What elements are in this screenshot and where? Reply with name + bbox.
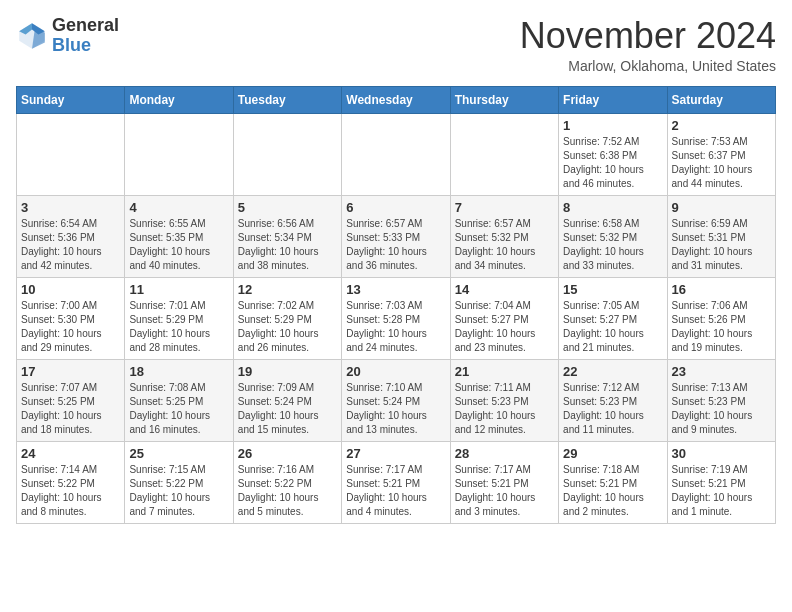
logo-general: General (52, 16, 119, 36)
calendar-cell: 28Sunrise: 7:17 AMSunset: 5:21 PMDayligh… (450, 441, 558, 523)
day-number: 28 (455, 446, 554, 461)
day-number: 8 (563, 200, 662, 215)
day-info: Sunrise: 7:07 AMSunset: 5:25 PMDaylight:… (21, 381, 120, 437)
day-number: 20 (346, 364, 445, 379)
day-number: 25 (129, 446, 228, 461)
calendar-cell: 6Sunrise: 6:57 AMSunset: 5:33 PMDaylight… (342, 195, 450, 277)
calendar-cell: 24Sunrise: 7:14 AMSunset: 5:22 PMDayligh… (17, 441, 125, 523)
calendar-cell: 13Sunrise: 7:03 AMSunset: 5:28 PMDayligh… (342, 277, 450, 359)
day-info: Sunrise: 7:17 AMSunset: 5:21 PMDaylight:… (346, 463, 445, 519)
weekday-header-monday: Monday (125, 86, 233, 113)
day-info: Sunrise: 7:13 AMSunset: 5:23 PMDaylight:… (672, 381, 771, 437)
title-block: November 2024 Marlow, Oklahoma, United S… (520, 16, 776, 74)
calendar-cell: 23Sunrise: 7:13 AMSunset: 5:23 PMDayligh… (667, 359, 775, 441)
day-number: 24 (21, 446, 120, 461)
day-number: 19 (238, 364, 337, 379)
calendar-cell: 29Sunrise: 7:18 AMSunset: 5:21 PMDayligh… (559, 441, 667, 523)
calendar-cell: 25Sunrise: 7:15 AMSunset: 5:22 PMDayligh… (125, 441, 233, 523)
day-info: Sunrise: 6:57 AMSunset: 5:32 PMDaylight:… (455, 217, 554, 273)
calendar-cell: 11Sunrise: 7:01 AMSunset: 5:29 PMDayligh… (125, 277, 233, 359)
location: Marlow, Oklahoma, United States (520, 58, 776, 74)
weekday-header-tuesday: Tuesday (233, 86, 341, 113)
calendar-cell (17, 113, 125, 195)
day-number: 9 (672, 200, 771, 215)
logo-blue: Blue (52, 36, 119, 56)
day-number: 5 (238, 200, 337, 215)
day-number: 26 (238, 446, 337, 461)
day-number: 18 (129, 364, 228, 379)
calendar-cell: 18Sunrise: 7:08 AMSunset: 5:25 PMDayligh… (125, 359, 233, 441)
day-number: 16 (672, 282, 771, 297)
calendar-cell: 19Sunrise: 7:09 AMSunset: 5:24 PMDayligh… (233, 359, 341, 441)
day-number: 22 (563, 364, 662, 379)
calendar-cell: 7Sunrise: 6:57 AMSunset: 5:32 PMDaylight… (450, 195, 558, 277)
day-info: Sunrise: 7:17 AMSunset: 5:21 PMDaylight:… (455, 463, 554, 519)
calendar-cell: 16Sunrise: 7:06 AMSunset: 5:26 PMDayligh… (667, 277, 775, 359)
week-row-5: 24Sunrise: 7:14 AMSunset: 5:22 PMDayligh… (17, 441, 776, 523)
calendar-cell (233, 113, 341, 195)
day-info: Sunrise: 7:03 AMSunset: 5:28 PMDaylight:… (346, 299, 445, 355)
calendar-cell: 4Sunrise: 6:55 AMSunset: 5:35 PMDaylight… (125, 195, 233, 277)
day-info: Sunrise: 7:09 AMSunset: 5:24 PMDaylight:… (238, 381, 337, 437)
calendar-table: SundayMondayTuesdayWednesdayThursdayFrid… (16, 86, 776, 524)
calendar-cell: 2Sunrise: 7:53 AMSunset: 6:37 PMDaylight… (667, 113, 775, 195)
day-number: 12 (238, 282, 337, 297)
calendar-cell: 17Sunrise: 7:07 AMSunset: 5:25 PMDayligh… (17, 359, 125, 441)
day-number: 6 (346, 200, 445, 215)
calendar-cell: 3Sunrise: 6:54 AMSunset: 5:36 PMDaylight… (17, 195, 125, 277)
logo: General Blue (16, 16, 119, 56)
day-number: 2 (672, 118, 771, 133)
calendar-cell: 1Sunrise: 7:52 AMSunset: 6:38 PMDaylight… (559, 113, 667, 195)
day-number: 14 (455, 282, 554, 297)
day-info: Sunrise: 6:57 AMSunset: 5:33 PMDaylight:… (346, 217, 445, 273)
day-info: Sunrise: 7:02 AMSunset: 5:29 PMDaylight:… (238, 299, 337, 355)
day-info: Sunrise: 7:53 AMSunset: 6:37 PMDaylight:… (672, 135, 771, 191)
weekday-header-thursday: Thursday (450, 86, 558, 113)
day-number: 21 (455, 364, 554, 379)
day-info: Sunrise: 6:58 AMSunset: 5:32 PMDaylight:… (563, 217, 662, 273)
calendar-cell: 8Sunrise: 6:58 AMSunset: 5:32 PMDaylight… (559, 195, 667, 277)
calendar-cell (342, 113, 450, 195)
day-info: Sunrise: 7:12 AMSunset: 5:23 PMDaylight:… (563, 381, 662, 437)
week-row-1: 1Sunrise: 7:52 AMSunset: 6:38 PMDaylight… (17, 113, 776, 195)
calendar-cell: 12Sunrise: 7:02 AMSunset: 5:29 PMDayligh… (233, 277, 341, 359)
day-number: 3 (21, 200, 120, 215)
week-row-4: 17Sunrise: 7:07 AMSunset: 5:25 PMDayligh… (17, 359, 776, 441)
day-info: Sunrise: 6:55 AMSunset: 5:35 PMDaylight:… (129, 217, 228, 273)
calendar-cell: 9Sunrise: 6:59 AMSunset: 5:31 PMDaylight… (667, 195, 775, 277)
week-row-2: 3Sunrise: 6:54 AMSunset: 5:36 PMDaylight… (17, 195, 776, 277)
calendar-cell: 10Sunrise: 7:00 AMSunset: 5:30 PMDayligh… (17, 277, 125, 359)
week-row-3: 10Sunrise: 7:00 AMSunset: 5:30 PMDayligh… (17, 277, 776, 359)
day-info: Sunrise: 6:56 AMSunset: 5:34 PMDaylight:… (238, 217, 337, 273)
logo-icon (16, 20, 48, 52)
calendar-cell: 14Sunrise: 7:04 AMSunset: 5:27 PMDayligh… (450, 277, 558, 359)
day-number: 29 (563, 446, 662, 461)
calendar-cell: 5Sunrise: 6:56 AMSunset: 5:34 PMDaylight… (233, 195, 341, 277)
weekday-header-row: SundayMondayTuesdayWednesdayThursdayFrid… (17, 86, 776, 113)
calendar-cell: 26Sunrise: 7:16 AMSunset: 5:22 PMDayligh… (233, 441, 341, 523)
calendar-cell: 27Sunrise: 7:17 AMSunset: 5:21 PMDayligh… (342, 441, 450, 523)
day-info: Sunrise: 7:10 AMSunset: 5:24 PMDaylight:… (346, 381, 445, 437)
day-number: 23 (672, 364, 771, 379)
weekday-header-sunday: Sunday (17, 86, 125, 113)
calendar-cell (450, 113, 558, 195)
day-info: Sunrise: 7:15 AMSunset: 5:22 PMDaylight:… (129, 463, 228, 519)
day-info: Sunrise: 7:05 AMSunset: 5:27 PMDaylight:… (563, 299, 662, 355)
calendar-cell: 22Sunrise: 7:12 AMSunset: 5:23 PMDayligh… (559, 359, 667, 441)
day-info: Sunrise: 7:06 AMSunset: 5:26 PMDaylight:… (672, 299, 771, 355)
day-info: Sunrise: 7:11 AMSunset: 5:23 PMDaylight:… (455, 381, 554, 437)
calendar-cell (125, 113, 233, 195)
calendar-cell: 21Sunrise: 7:11 AMSunset: 5:23 PMDayligh… (450, 359, 558, 441)
day-number: 15 (563, 282, 662, 297)
day-info: Sunrise: 7:16 AMSunset: 5:22 PMDaylight:… (238, 463, 337, 519)
day-number: 13 (346, 282, 445, 297)
logo-text: General Blue (52, 16, 119, 56)
day-info: Sunrise: 7:04 AMSunset: 5:27 PMDaylight:… (455, 299, 554, 355)
calendar-cell: 30Sunrise: 7:19 AMSunset: 5:21 PMDayligh… (667, 441, 775, 523)
day-info: Sunrise: 7:01 AMSunset: 5:29 PMDaylight:… (129, 299, 228, 355)
day-info: Sunrise: 7:08 AMSunset: 5:25 PMDaylight:… (129, 381, 228, 437)
weekday-header-friday: Friday (559, 86, 667, 113)
calendar-cell: 20Sunrise: 7:10 AMSunset: 5:24 PMDayligh… (342, 359, 450, 441)
day-info: Sunrise: 7:14 AMSunset: 5:22 PMDaylight:… (21, 463, 120, 519)
day-number: 1 (563, 118, 662, 133)
